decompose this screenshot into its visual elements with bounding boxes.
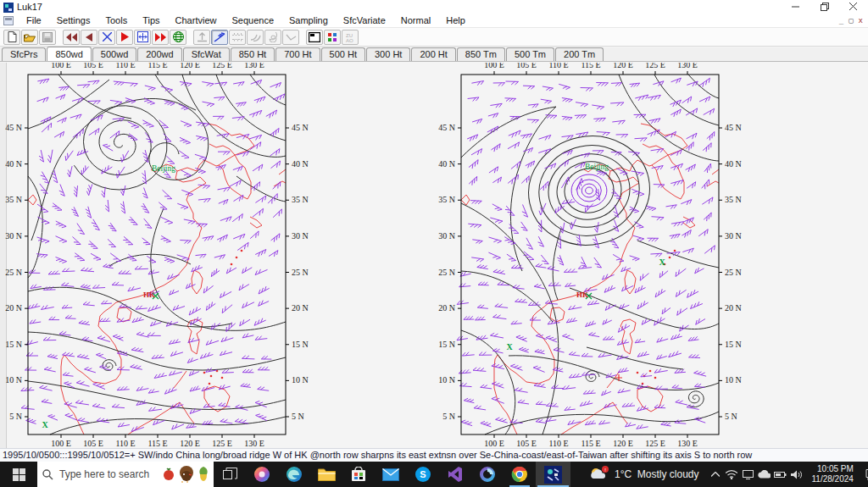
luk17-app-icon [544, 466, 562, 484]
svg-text:100 E: 100 E [484, 63, 504, 69]
svg-text:25 N: 25 N [292, 268, 309, 277]
play-button[interactable] [116, 30, 133, 45]
taskbar-app-loop[interactable] [471, 462, 504, 487]
taskbar-app-visual-studio[interactable] [439, 462, 471, 487]
svg-text:125 E: 125 E [645, 63, 665, 69]
layout-button[interactable] [306, 30, 323, 45]
taskbar-app-file-explorer[interactable] [310, 462, 342, 487]
app-icon [3, 3, 14, 13]
taskbar-clock[interactable]: 10:05 PM 11/28/2024 [804, 464, 860, 484]
menu-file[interactable]: File [19, 14, 49, 26]
skype-icon: S [415, 466, 431, 483]
svg-text:40 N: 40 N [725, 159, 742, 169]
tray-chevron-up-icon[interactable] [708, 462, 724, 487]
menu-settings[interactable]: Settings [49, 14, 98, 26]
tab-sfcwat[interactable]: SfcWat [183, 47, 230, 61]
taskbar-app-copilot[interactable] [246, 462, 278, 487]
taskbar-app-luk17[interactable] [536, 462, 570, 487]
menu-sequence[interactable]: Sequence [224, 14, 281, 26]
svg-text:35 N: 35 N [5, 195, 22, 204]
svg-text:130 E: 130 E [677, 63, 698, 69]
sweep-button[interactable] [247, 30, 264, 45]
store-icon [351, 467, 366, 482]
axis-ticks [458, 71, 722, 438]
seek-start-button[interactable] [63, 30, 80, 45]
tray-display-icon[interactable] [740, 462, 756, 487]
tab-500wd[interactable]: 500wd [92, 47, 136, 61]
beijing-label: Beijing [585, 163, 609, 171]
tab-200wd[interactable]: 200wd [137, 47, 181, 61]
mdi-restore-button[interactable]: ▢ [849, 16, 853, 25]
svg-text:130 E: 130 E [244, 439, 264, 448]
svg-text:25 N: 25 N [438, 268, 455, 277]
tab-500-tm[interactable]: 500 Tm [506, 47, 554, 61]
svg-text:10 N: 10 N [5, 375, 22, 385]
tab-300-ht[interactable]: 300 Ht [366, 47, 410, 61]
tray-onedrive-icon[interactable] [756, 462, 772, 487]
fast-forward-button[interactable] [152, 30, 169, 45]
map-markers: BeijingHKXX [506, 163, 665, 381]
taskbar-app-edge[interactable] [278, 462, 310, 487]
tray-wifi-icon[interactable] [724, 462, 740, 487]
tab-sfcprs[interactable]: SfcPrs [2, 47, 46, 61]
tab-200-tm[interactable]: 200 Tm [555, 47, 604, 61]
map-panel-right[interactable]: 100 E100 E105 E105 E110 E110 E115 E115 E… [438, 63, 741, 448]
step-back-button[interactable] [81, 30, 97, 45]
thanksgiving-doodle [163, 466, 209, 483]
svg-text:125 E: 125 E [212, 63, 232, 69]
taskbar-app-mail[interactable] [375, 462, 407, 487]
search-input[interactable]: Type here to search [37, 462, 214, 487]
tray-battery-icon[interactable] [772, 462, 788, 487]
menu-tools[interactable]: Tools [97, 14, 135, 26]
save-button[interactable] [39, 30, 56, 45]
tray-volume-icon[interactable] [788, 462, 804, 487]
palette-button[interactable] [324, 30, 341, 45]
frame-view-button[interactable] [134, 30, 151, 45]
menu-tips[interactable]: Tips [135, 14, 167, 26]
spiral-button[interactable] [264, 30, 281, 45]
tab-850wd[interactable]: 850wd [47, 47, 91, 61]
globe-button[interactable] [170, 30, 186, 45]
menu-sfcvariate[interactable]: SfcVariate [336, 14, 393, 26]
menu-chartview[interactable]: Chartview [168, 14, 225, 26]
weather-widget[interactable]: ! 1°C Mostly cloudy [581, 462, 708, 487]
open-button[interactable] [21, 30, 38, 45]
streamline-maps[interactable]: 100 E100 E105 E105 E110 E110 E115 E115 E… [0, 63, 868, 448]
menu-normal[interactable]: Normal [393, 14, 438, 26]
mdi-close-button[interactable]: x [859, 16, 863, 25]
close-button[interactable] [839, 0, 868, 14]
new-button[interactable] [3, 30, 20, 45]
tab-200-ht[interactable]: 200 Ht [411, 47, 455, 61]
upper-air-button[interactable] [193, 30, 210, 45]
action-center-button[interactable]: 1 [860, 462, 868, 487]
wind-barb-button[interactable] [211, 30, 228, 45]
svg-text:40 N: 40 N [292, 159, 309, 169]
grid-button[interactable] [229, 30, 246, 45]
zu-ao-button[interactable]: ZUAO [342, 30, 359, 45]
svg-text:100 E: 100 E [51, 63, 71, 69]
taskbar-app-skype[interactable]: S [407, 462, 439, 487]
tab-850-tm[interactable]: 850 Tm [457, 47, 505, 61]
inner-rings [571, 174, 607, 207]
menu-help[interactable]: Help [438, 14, 473, 26]
menu-sampling[interactable]: Sampling [281, 14, 336, 26]
task-view-button[interactable] [214, 462, 246, 487]
tab-500-ht[interactable]: 500 Ht [321, 47, 365, 61]
mdi-minimize-button[interactable]: _ [839, 16, 843, 25]
close-x-button[interactable] [98, 30, 115, 45]
streamlines [28, 75, 286, 434]
taskbar-app-store[interactable] [342, 462, 375, 487]
map-panel-left[interactable]: 100 E100 E105 E105 E110 E110 E115 E115 E… [5, 63, 308, 448]
track-button[interactable] [282, 30, 299, 45]
tab-700-ht[interactable]: 700 Ht [275, 47, 320, 61]
hk-label: HK [576, 291, 588, 299]
turkey-icon [177, 466, 196, 483]
start-button[interactable] [0, 462, 37, 487]
tab-850-ht[interactable]: 850 Ht [231, 47, 275, 61]
minimize-button[interactable] [782, 0, 810, 14]
svg-text:20 N: 20 N [5, 303, 22, 313]
maximize-button[interactable] [810, 0, 839, 14]
taskbar-app-chrome[interactable] [504, 462, 536, 487]
svg-text:130 E: 130 E [677, 439, 698, 448]
svg-text:130 E: 130 E [244, 63, 264, 69]
